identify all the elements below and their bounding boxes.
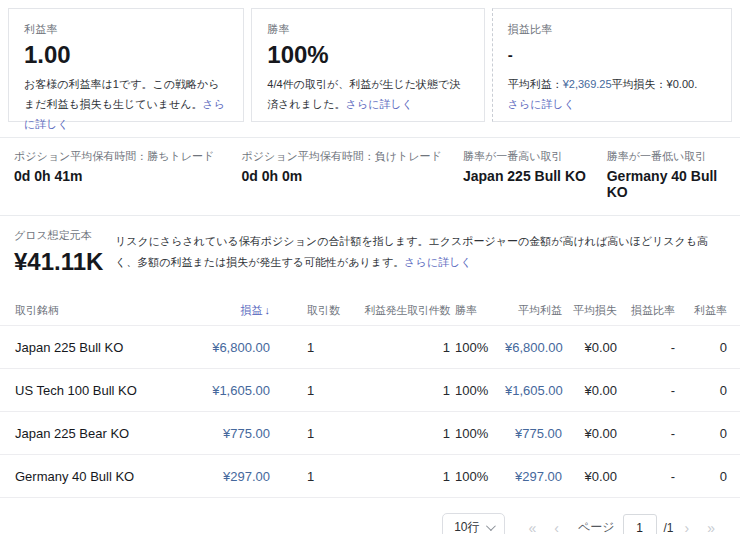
avg-profit: ¥1,605.00: [505, 383, 562, 398]
card-description: 平均利益：¥2,369.25平均損失：¥0.00. さらに詳しく: [508, 74, 716, 114]
column-header-pl-ratio: 損益比率: [617, 303, 675, 318]
trades-count: 1: [270, 340, 355, 355]
avg-profit-label: 平均利益：: [508, 78, 563, 90]
stat-avg-hold-lose: ポジション平均保有時間：負けトレード 0d 0h 0m: [241, 149, 463, 200]
stat-label: ポジション平均保有時間：勝ちトレード: [14, 149, 241, 164]
table-header-row: 取引銘柄 損益↓ 取引数 利益発生取引件数 勝率 平均利益 平均損失 損益比率 …: [0, 296, 740, 326]
avg-profit: ¥6,800.00: [505, 340, 562, 355]
description-text: お客様の利益率は1です。この戦略からまだ利益も損失も生じていません。: [24, 78, 219, 110]
card-label: 勝率: [267, 22, 468, 37]
column-header-profit-rate: 利益率: [675, 303, 727, 318]
rows-per-page-label: 10行: [454, 519, 479, 534]
gross-notional-section: グロス想定元本 ¥41.11K リスクにさらされている保有ポジションの合計額を指…: [0, 216, 740, 290]
column-header-profit-trades: 利益発生取引件数: [355, 303, 450, 318]
page-label: ページ: [578, 519, 615, 534]
profit-rate: 0: [675, 426, 727, 441]
stat-label: 勝率が一番低い取引: [607, 149, 740, 164]
profit-trades-count: 1: [355, 426, 450, 441]
first-page-button[interactable]: «: [519, 520, 545, 534]
last-page-button[interactable]: »: [698, 520, 724, 534]
avg-profit: ¥297.00: [505, 469, 562, 484]
column-header-win-rate: 勝率: [450, 303, 505, 318]
profit-rate: 0: [675, 383, 727, 398]
column-header-instrument: 取引銘柄: [15, 303, 210, 318]
stat-best-instrument: 勝率が一番高い取引 Japan 225 Bull KO: [463, 149, 607, 200]
instrument-name: Germany 40 Bull KO: [15, 469, 210, 484]
pl-ratio-card: 損益比率 - 平均利益：¥2,369.25平均損失：¥0.00. さらに詳しく: [492, 8, 732, 122]
avg-loss-value: ¥0.00.: [667, 78, 698, 90]
metric-cards: 利益率 1.00 お客様の利益率は1です。この戦略からまだ利益も損失も生じていま…: [8, 8, 732, 122]
win-rate: 100%: [450, 383, 505, 398]
trades-count: 1: [270, 426, 355, 441]
table-row[interactable]: US Tech 100 Bull KO ¥1,605.00 1 1 100% ¥…: [0, 369, 740, 412]
card-value: 1.00: [24, 40, 228, 70]
win-rate: 100%: [450, 340, 505, 355]
card-value: 100%: [267, 40, 468, 70]
gross-description: リスクにさらされている保有ポジションの合計額を指します。エクスポージャーの金額が…: [115, 228, 725, 276]
table-row[interactable]: Germany 40 Bull KO ¥297.00 1 1 100% ¥297…: [0, 455, 740, 498]
pl-ratio: -: [617, 383, 675, 398]
gross-notional: グロス想定元本 ¥41.11K: [14, 228, 115, 276]
card-description: 4/4件の取引が、利益が生じた状態で決済されました。さらに詳しく: [267, 74, 468, 114]
profit-rate: 0: [675, 469, 727, 484]
pl-ratio: -: [617, 426, 675, 441]
page-total: /1: [664, 521, 674, 534]
table-row[interactable]: Japan 225 Bear KO ¥775.00 1 1 100% ¥775.…: [0, 412, 740, 455]
win-rate-card: 勝率 100% 4/4件の取引が、利益が生じた状態で決済されました。さらに詳しく: [251, 8, 484, 122]
instruments-table: 取引銘柄 損益↓ 取引数 利益発生取引件数 勝率 平均利益 平均損失 損益比率 …: [0, 296, 740, 498]
stat-avg-hold-win: ポジション平均保有時間：勝ちトレード 0d 0h 41m: [14, 149, 241, 200]
page-number-input[interactable]: [623, 514, 657, 534]
learn-more-link[interactable]: さらに詳しく: [346, 98, 413, 110]
profit-trades-count: 1: [355, 340, 450, 355]
profit-trades-count: 1: [355, 469, 450, 484]
stat-label: ポジション平均保有時間：負けトレード: [241, 149, 463, 164]
stats-strip: ポジション平均保有時間：勝ちトレード 0d 0h 41m ポジション平均保有時間…: [0, 138, 740, 215]
column-header-avg-loss: 平均損失: [562, 303, 617, 318]
instrument-name: Japan 225 Bear KO: [15, 426, 210, 441]
avg-loss: ¥0.00: [562, 426, 617, 441]
trades-count: 1: [270, 383, 355, 398]
pl-value: ¥6,800.00: [210, 340, 270, 355]
pl-value: ¥1,605.00: [210, 383, 270, 398]
column-header-pl-sorted[interactable]: 損益↓: [210, 303, 270, 318]
learn-more-link[interactable]: さらに詳しく: [508, 94, 716, 114]
profit-trades-count: 1: [355, 383, 450, 398]
profit-rate: 0: [675, 340, 727, 355]
stat-label: 勝率が一番高い取引: [463, 149, 607, 164]
pl-ratio: -: [617, 340, 675, 355]
card-label: 損益比率: [508, 22, 716, 37]
avg-loss: ¥0.00: [562, 383, 617, 398]
gross-label: グロス想定元本: [14, 228, 115, 243]
table-row[interactable]: Japan 225 Bull KO ¥6,800.00 1 1 100% ¥6,…: [0, 326, 740, 369]
stat-value: Germany 40 Bull KO: [607, 168, 740, 200]
avg-profit: ¥775.00: [505, 426, 562, 441]
learn-more-link[interactable]: さらに詳しく: [404, 256, 471, 268]
pl-value: ¥297.00: [210, 469, 270, 484]
pagination: 10行 « ‹ ページ /1 › »: [0, 513, 724, 534]
card-label: 利益率: [24, 22, 228, 37]
gross-value: ¥41.11K: [14, 248, 115, 276]
stat-value: 0d 0h 0m: [241, 168, 463, 184]
next-page-button[interactable]: ›: [676, 520, 699, 534]
instrument-name: US Tech 100 Bull KO: [15, 383, 210, 398]
stat-value: Japan 225 Bull KO: [463, 168, 607, 184]
column-header-trades: 取引数: [270, 303, 355, 318]
avg-profit-value: ¥2,369.25: [563, 78, 612, 90]
chevron-down-icon: [486, 521, 496, 531]
avg-loss-label: 平均損失：: [612, 78, 667, 90]
column-header-avg-profit: 平均利益: [505, 303, 562, 318]
stat-value: 0d 0h 41m: [14, 168, 241, 184]
win-rate: 100%: [450, 426, 505, 441]
instrument-name: Japan 225 Bull KO: [15, 340, 210, 355]
card-value: -: [508, 40, 716, 70]
avg-loss: ¥0.00: [562, 340, 617, 355]
stat-worst-instrument: 勝率が一番低い取引 Germany 40 Bull KO: [607, 149, 740, 200]
previous-page-button[interactable]: ‹: [545, 520, 568, 534]
pl-value: ¥775.00: [210, 426, 270, 441]
pl-ratio: -: [617, 469, 675, 484]
column-header-label: 損益: [241, 304, 263, 316]
profit-factor-card: 利益率 1.00 お客様の利益率は1です。この戦略からまだ利益も損失も生じていま…: [8, 8, 244, 122]
trades-count: 1: [270, 469, 355, 484]
win-rate: 100%: [450, 469, 505, 484]
rows-per-page-dropdown[interactable]: 10行: [442, 513, 505, 534]
